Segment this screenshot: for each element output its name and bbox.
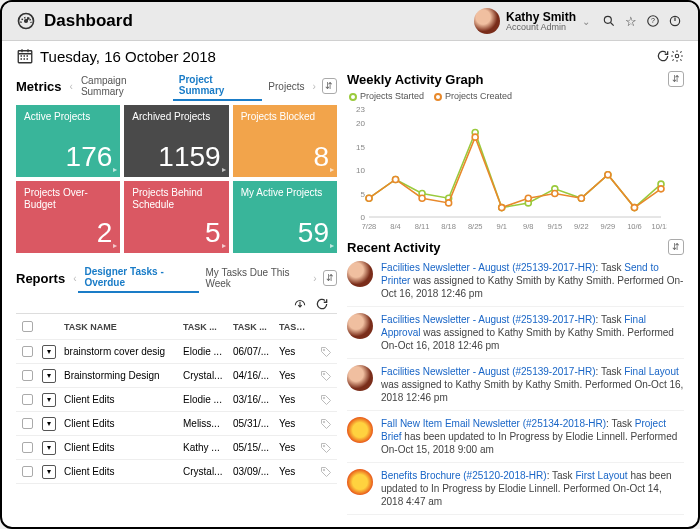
row-checkbox[interactable]: [22, 346, 33, 357]
feed-item[interactable]: Fall New Item Email Newsletter (#25134-2…: [347, 411, 684, 463]
svg-point-9: [323, 373, 325, 375]
row-dropdown[interactable]: ▾: [42, 369, 56, 383]
svg-point-45: [366, 195, 372, 201]
tab-designer-overdue[interactable]: Designer Tasks - Overdue: [78, 263, 199, 293]
metric-value: 1159: [132, 141, 220, 173]
feed-link-task[interactable]: Final Layout: [624, 366, 678, 377]
tag-icon[interactable]: [315, 442, 337, 454]
svg-rect-6: [18, 51, 32, 63]
svg-text:0: 0: [361, 213, 366, 222]
cell-date: 04/16/...: [229, 370, 275, 381]
feed-link-project[interactable]: Facilities Newsletter - August (#25139-2…: [381, 314, 596, 325]
table-row[interactable]: ▾ brainstorm cover desig Elodie ... 06/0…: [16, 340, 337, 364]
svg-point-56: [658, 186, 664, 192]
help-icon[interactable]: ?: [644, 12, 662, 30]
metrics-tabs: ‹ Campaign Summary Project Summary Proje…: [68, 71, 337, 101]
chevron-right-icon: ▸: [330, 241, 334, 250]
star-icon[interactable]: ☆: [622, 12, 640, 30]
cell-date: 06/07/...: [229, 346, 275, 357]
gear-icon[interactable]: [670, 49, 684, 63]
row-dropdown[interactable]: ▾: [42, 345, 56, 359]
calendar-icon[interactable]: [16, 47, 34, 65]
svg-text:10/6: 10/6: [627, 222, 642, 231]
reports-title: Reports: [16, 271, 65, 286]
metric-card[interactable]: Projects Behind Schedule5▸: [124, 181, 228, 253]
table-row[interactable]: ▾ Client Edits Kathy ... 05/15/... Yes: [16, 436, 337, 460]
row-dropdown[interactable]: ▾: [42, 465, 56, 479]
svg-point-55: [631, 205, 637, 211]
feed-link-project[interactable]: Benefits Brochure (#25120-2018-HR): [381, 470, 547, 481]
feed-link-task[interactable]: First Layout: [575, 470, 627, 481]
tab-project-summary[interactable]: Project Summary: [173, 71, 263, 101]
row-dropdown[interactable]: ▾: [42, 441, 56, 455]
tag-icon[interactable]: [315, 394, 337, 406]
metric-card[interactable]: Active Projects176▸: [16, 105, 120, 177]
avatar: [347, 417, 373, 443]
cell-track: Yes: [275, 370, 315, 381]
chart-legend: Projects Started Projects Created: [349, 91, 684, 101]
weekly-activity-chart: 05101520237/288/48/118/188/259/19/89/159…: [347, 103, 684, 233]
tag-icon[interactable]: [315, 370, 337, 382]
page-title: Dashboard: [44, 11, 133, 31]
recent-activity-feed: Facilities Newsletter - August (#25139-2…: [347, 255, 684, 527]
chevron-left-icon[interactable]: ‹: [68, 81, 75, 92]
user-block[interactable]: Kathy Smith Account Admin ⌄: [474, 8, 590, 34]
feed-item[interactable]: Benefits Brochure (#25120-2018-HR): Task…: [347, 463, 684, 515]
metrics-filter-button[interactable]: ⇵: [322, 78, 337, 94]
refresh-icon[interactable]: [656, 49, 670, 63]
tag-icon[interactable]: [315, 466, 337, 478]
feed-link-project[interactable]: Fall New Item Email Newsletter (#25134-2…: [381, 418, 606, 429]
row-dropdown[interactable]: ▾: [42, 417, 56, 431]
feed-item[interactable]: Facilities Newsletter - August (#25139-2…: [347, 307, 684, 359]
chevron-right-icon[interactable]: ›: [311, 273, 318, 284]
row-checkbox[interactable]: [22, 394, 33, 405]
tag-icon[interactable]: [315, 418, 337, 430]
svg-text:8/4: 8/4: [390, 222, 400, 231]
svg-text:8/11: 8/11: [415, 222, 430, 231]
cell-date: 05/15/...: [229, 442, 275, 453]
metric-card[interactable]: My Active Projects59▸: [233, 181, 337, 253]
refresh-icon[interactable]: [315, 297, 329, 311]
feed-link-project[interactable]: Facilities Newsletter - August (#25139-2…: [381, 262, 596, 273]
row-checkbox[interactable]: [22, 418, 33, 429]
metric-card[interactable]: Projects Blocked8▸: [233, 105, 337, 177]
select-all-checkbox[interactable]: [22, 321, 33, 332]
chevron-down-icon[interactable]: ⌄: [582, 16, 590, 27]
download-icon[interactable]: [293, 297, 307, 311]
tab-my-tasks-week[interactable]: My Tasks Due This Week: [199, 264, 311, 292]
table-row[interactable]: ▾ Client Edits Meliss... 05/31/... Yes: [16, 412, 337, 436]
row-checkbox[interactable]: [22, 466, 33, 477]
table-row[interactable]: ▾ Client Edits Elodie ... 03/16/... Yes: [16, 388, 337, 412]
feed-text: Facilities Newsletter - August (#25139-2…: [381, 261, 684, 300]
feed-item[interactable]: Facilities Newsletter - August (#25139-2…: [347, 255, 684, 307]
chevron-right-icon[interactable]: ›: [310, 81, 317, 92]
metric-card[interactable]: Archived Projects1159▸: [124, 105, 228, 177]
tag-icon[interactable]: [315, 346, 337, 358]
power-icon[interactable]: [666, 12, 684, 30]
weekly-filter-button[interactable]: ⇵: [668, 71, 684, 87]
table-row[interactable]: ▾ Brainstorming Design Crystal... 04/16/…: [16, 364, 337, 388]
col-task-name[interactable]: TASK NAME: [60, 322, 179, 332]
col-task-info[interactable]: TASK I...: [275, 322, 315, 332]
svg-point-2: [604, 16, 611, 23]
row-dropdown[interactable]: ▾: [42, 393, 56, 407]
cell-assignee: Kathy ...: [179, 442, 229, 453]
col-task-date[interactable]: TASK ...: [229, 322, 275, 332]
row-checkbox[interactable]: [22, 442, 33, 453]
chevron-left-icon[interactable]: ‹: [71, 273, 78, 284]
metric-card[interactable]: Projects Over-Budget2▸: [16, 181, 120, 253]
recent-filter-button[interactable]: ⇵: [668, 239, 684, 255]
table-row[interactable]: ▾ Client Edits Crystal... 03/09/... Yes: [16, 460, 337, 484]
tab-projects[interactable]: Projects: [262, 78, 310, 95]
reports-filter-button[interactable]: ⇵: [323, 270, 337, 286]
search-icon[interactable]: [600, 12, 618, 30]
feed-text: Benefits Brochure (#25120-2018-HR): Task…: [381, 469, 684, 508]
feed-link-project[interactable]: Facilities Newsletter - August (#25139-2…: [381, 366, 596, 377]
row-checkbox[interactable]: [22, 370, 33, 381]
col-task-assignee[interactable]: TASK ...: [179, 322, 229, 332]
feed-item[interactable]: Facilities Newsletter - August (#25139-2…: [347, 359, 684, 411]
tab-campaign-summary[interactable]: Campaign Summary: [75, 72, 173, 100]
cell-date: 03/09/...: [229, 466, 275, 477]
cell-track: Yes: [275, 466, 315, 477]
metric-label: Projects Over-Budget: [24, 187, 112, 211]
